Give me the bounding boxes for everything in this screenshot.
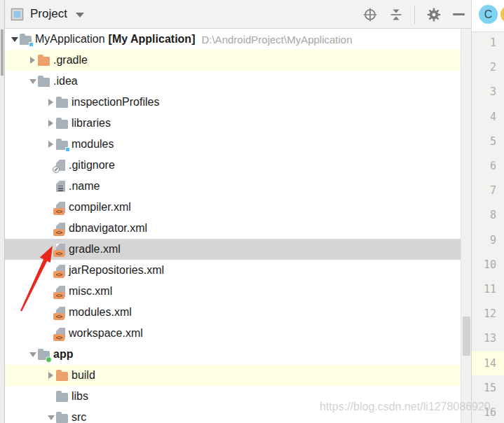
line-number: 13 bbox=[475, 332, 496, 345]
tree-row-myapplication[interactable]: MyApplication[My Application]D:\AndroidP… bbox=[5, 29, 471, 50]
tree-row-label: gradle.xml bbox=[69, 243, 121, 256]
line-number: 6 bbox=[475, 160, 496, 172]
tree-row-dbnavigator-xml[interactable]: <>dbnavigator.xml bbox=[5, 218, 471, 239]
tree-row-label: .idea bbox=[53, 75, 78, 88]
tree-row-src[interactable]: src bbox=[5, 407, 471, 423]
tree-row-label: libs bbox=[71, 390, 88, 403]
tree-row-label: workspace.xml bbox=[69, 327, 143, 340]
chevron-down-icon bbox=[76, 13, 84, 18]
project-view-selector[interactable]: Project bbox=[11, 7, 84, 21]
collapse-toggle-icon[interactable] bbox=[48, 99, 53, 106]
xml-file-icon: <> bbox=[56, 223, 65, 234]
folder-icon bbox=[56, 393, 68, 402]
tree-row-misc-xml[interactable]: <>misc.xml bbox=[5, 281, 471, 302]
line-number: 3 bbox=[475, 85, 496, 98]
excluded-folder-icon bbox=[38, 57, 50, 66]
folder-icon bbox=[56, 414, 68, 423]
tree-row--name[interactable]: .name bbox=[5, 176, 471, 197]
editor-line-number-gutter: 12345678910111213141516 bbox=[471, 32, 504, 423]
folder-icon bbox=[38, 78, 50, 87]
collapse-toggle-icon[interactable] bbox=[30, 57, 35, 64]
tree-row-label: app bbox=[53, 348, 73, 361]
xml-file-icon: <> bbox=[56, 202, 65, 213]
tree-scrollbar[interactable] bbox=[461, 29, 471, 423]
collapse-toggle-icon[interactable] bbox=[48, 141, 53, 148]
tree-row-libraries[interactable]: libraries bbox=[5, 113, 471, 134]
tree-row-label: src bbox=[71, 411, 86, 423]
line-number: 8 bbox=[475, 209, 496, 221]
avatar-c: C bbox=[479, 5, 498, 24]
line-number: 5 bbox=[475, 135, 496, 148]
excluded-folder-icon bbox=[56, 372, 68, 381]
hide-panel-icon[interactable] bbox=[453, 13, 465, 15]
line-number: 11 bbox=[475, 283, 496, 296]
tool-window-project-icon bbox=[11, 8, 24, 21]
tree-row--gitignore[interactable]: .gitignore bbox=[5, 155, 471, 176]
tree-row-label: compiler.xml bbox=[69, 201, 131, 214]
line-number: 9 bbox=[475, 234, 496, 247]
expand-toggle-icon[interactable] bbox=[29, 352, 36, 357]
tree-row-gradle-xml[interactable]: <>gradle.xml bbox=[5, 239, 471, 260]
line-number: 15 bbox=[475, 382, 496, 394]
app-module-folder-icon bbox=[38, 351, 50, 360]
collapse-all-icon[interactable] bbox=[389, 8, 403, 22]
tree-row-app[interactable]: app bbox=[5, 344, 471, 365]
project-path: D:\AndroidProject\MyApplication bbox=[201, 34, 352, 46]
tree-row--gradle[interactable]: .gradle bbox=[5, 50, 471, 71]
line-number: 14 bbox=[475, 357, 496, 370]
toolbar-actions bbox=[362, 0, 465, 29]
tree-row-jarrepositories-xml[interactable]: <>jarRepositories.xml bbox=[5, 260, 471, 281]
tree-row-label: jarRepositories.xml bbox=[69, 264, 164, 277]
project-tool-window: Project bbox=[0, 0, 504, 423]
tree-row-libs[interactable]: libs bbox=[5, 386, 471, 407]
collapse-toggle-icon[interactable] bbox=[48, 372, 53, 379]
tree-row-label: .gradle bbox=[53, 54, 88, 67]
tree-scrollbar-thumb[interactable] bbox=[463, 317, 470, 356]
tree-row-label: build bbox=[71, 369, 95, 382]
folder-icon bbox=[56, 99, 68, 108]
project-folder-icon bbox=[20, 36, 32, 45]
project-title: Project bbox=[30, 7, 67, 21]
expand-toggle-icon[interactable] bbox=[29, 79, 36, 84]
xml-file-icon: <> bbox=[56, 286, 65, 297]
left-scrollbar-thumb[interactable] bbox=[1, 29, 4, 76]
tree-row-modules-xml[interactable]: <>modules.xml bbox=[5, 302, 471, 323]
corner-avatars: C bbox=[471, 0, 504, 32]
line-number: 7 bbox=[475, 184, 496, 197]
toolbar-separator bbox=[414, 6, 415, 24]
ignored-file-icon bbox=[56, 160, 65, 171]
folder-icon bbox=[56, 120, 68, 129]
tree-row-compiler-xml[interactable]: <>compiler.xml bbox=[5, 197, 471, 218]
collapse-toggle-icon[interactable] bbox=[48, 120, 53, 127]
tree-row--idea[interactable]: .idea bbox=[5, 71, 471, 92]
line-number: 4 bbox=[475, 111, 496, 123]
project-toolbar: Project bbox=[5, 0, 471, 29]
tree-row-workspace-xml[interactable]: <>workspace.xml bbox=[5, 323, 471, 344]
xml-file-icon: <> bbox=[56, 307, 65, 318]
tree-row-label: .name bbox=[69, 180, 100, 193]
locate-file-icon[interactable] bbox=[362, 7, 378, 22]
tree-row-label: modules bbox=[71, 138, 114, 151]
left-edge-strip bbox=[0, 0, 5, 423]
xml-file-icon: <> bbox=[56, 328, 65, 339]
line-number: 1 bbox=[475, 36, 496, 49]
line-number: 10 bbox=[475, 258, 496, 271]
tree-row-label: MyApplication bbox=[35, 33, 105, 46]
text-file-icon bbox=[56, 181, 65, 192]
project-tree: MyApplication[My Application]D:\AndroidP… bbox=[5, 29, 471, 423]
tree-row-inspectionprofiles[interactable]: inspectionProfiles bbox=[5, 92, 471, 113]
line-number: 16 bbox=[475, 406, 496, 419]
settings-gear-icon[interactable] bbox=[426, 7, 442, 22]
tree-row-label: .gitignore bbox=[69, 159, 115, 172]
tree-row-label: misc.xml bbox=[69, 285, 112, 298]
expand-toggle-icon[interactable] bbox=[11, 37, 18, 42]
line-number: 2 bbox=[475, 61, 496, 74]
tree-row-label: dbnavigator.xml bbox=[69, 222, 147, 235]
expand-toggle-icon[interactable] bbox=[48, 415, 55, 420]
tree-row-build[interactable]: build bbox=[5, 365, 471, 386]
module-folder-icon bbox=[56, 141, 68, 150]
xml-file-icon: <> bbox=[56, 265, 65, 276]
tree-row-label: modules.xml bbox=[69, 306, 132, 319]
tree-row-label-suffix: [My Application] bbox=[109, 33, 196, 46]
tree-row-modules[interactable]: modules bbox=[5, 134, 471, 155]
